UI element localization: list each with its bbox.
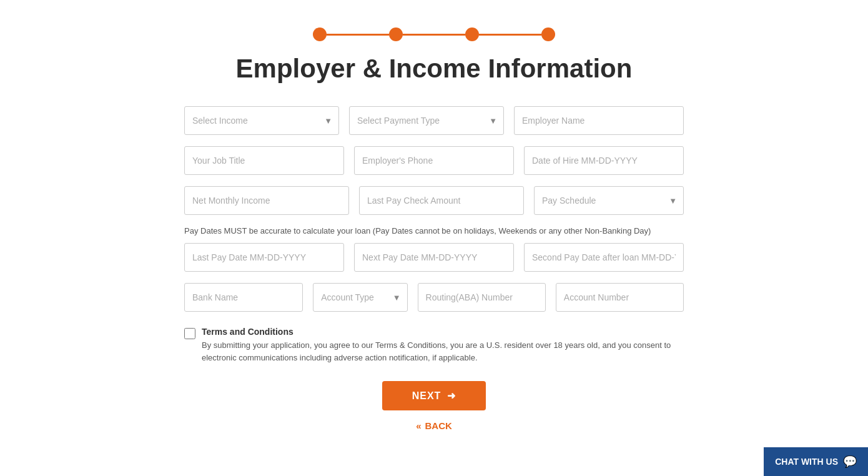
progress-track (313, 27, 555, 41)
progress-line-2 (403, 34, 465, 36)
pay-schedule-select[interactable]: Pay Schedule Weekly Bi-Weekly Semi-Month… (535, 187, 683, 214)
page-wrapper: Employer & Income Information Select Inc… (0, 0, 868, 469)
chat-button-label: CHAT WITH US (775, 457, 838, 467)
next-button[interactable]: NEXT ➜ (382, 381, 486, 410)
button-section: NEXT ➜ « BACK (184, 381, 684, 431)
second-pay-date-input[interactable] (524, 243, 684, 272)
routing-number-input[interactable] (418, 283, 546, 312)
progress-step-1 (313, 27, 327, 41)
form-container: Select Income Employed Self-Employed Ben… (184, 106, 684, 431)
income-select-wrapper[interactable]: Select Income Employed Self-Employed Ben… (184, 106, 339, 135)
next-pay-date-input[interactable] (354, 243, 514, 272)
income-select[interactable]: Select Income Employed Self-Employed Ben… (185, 107, 338, 134)
employer-phone-input[interactable] (354, 146, 514, 175)
back-link[interactable]: « BACK (416, 420, 452, 431)
account-type-select[interactable]: Account Type Checking Savings (313, 284, 407, 311)
progress-line-1 (327, 34, 389, 36)
bank-name-input[interactable] (184, 283, 303, 312)
form-row-5: Account Type Checking Savings ▼ (184, 283, 684, 312)
next-arrow-icon: ➜ (447, 390, 456, 402)
account-type-select-wrapper[interactable]: Account Type Checking Savings ▼ (313, 283, 407, 312)
progress-step-4 (541, 27, 555, 41)
form-row-4 (184, 243, 684, 272)
back-chevron-icon: « (416, 420, 421, 431)
form-row-2 (184, 146, 684, 175)
account-number-input[interactable] (556, 283, 684, 312)
progress-line-3 (479, 34, 541, 36)
form-row-3: Pay Schedule Weekly Bi-Weekly Semi-Month… (184, 186, 684, 215)
chat-button[interactable]: CHAT WITH US 💬 (764, 447, 868, 476)
terms-body: By submitting your application, you agre… (202, 339, 684, 364)
progress-step-3 (465, 27, 479, 41)
job-title-input[interactable] (184, 146, 344, 175)
form-row-1: Select Income Employed Self-Employed Ben… (184, 106, 684, 135)
terms-text-block: Terms and Conditions By submitting your … (202, 327, 684, 364)
progress-step-2 (389, 27, 403, 41)
last-pay-date-input[interactable] (184, 243, 344, 272)
pay-schedule-select-wrapper[interactable]: Pay Schedule Weekly Bi-Weekly Semi-Month… (534, 186, 684, 215)
terms-title: Terms and Conditions (202, 327, 684, 337)
date-of-hire-input[interactable] (524, 146, 684, 175)
progress-container (10, 12, 858, 54)
payment-type-select-wrapper[interactable]: Select Payment Type Direct Deposit Check… (349, 106, 504, 135)
terms-checkbox[interactable] (184, 328, 195, 339)
employer-name-input[interactable] (514, 106, 684, 135)
payment-type-select[interactable]: Select Payment Type Direct Deposit Check… (350, 107, 503, 134)
terms-section: Terms and Conditions By submitting your … (184, 327, 684, 364)
chat-icon: 💬 (843, 455, 857, 469)
last-paycheck-input[interactable] (359, 186, 524, 215)
net-monthly-income-input[interactable] (184, 186, 349, 215)
back-link-label: BACK (425, 420, 452, 431)
pay-dates-notice: Pay Dates MUST be accurate to calculate … (184, 226, 684, 236)
next-button-label: NEXT (412, 390, 441, 402)
page-title: Employer & Income Information (10, 54, 858, 84)
